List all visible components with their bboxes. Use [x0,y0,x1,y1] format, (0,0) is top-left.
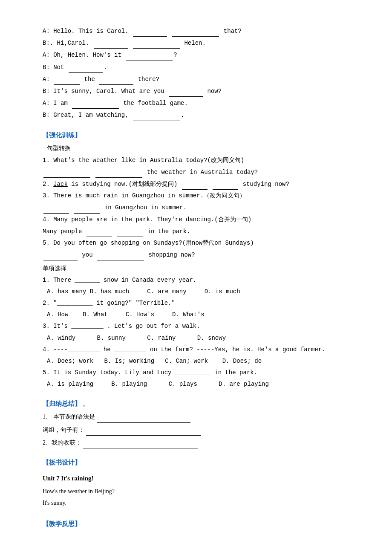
blank-line [86,425,201,436]
danxiang-section: 单项选择 1. There _______ snow in Canada eve… [43,263,349,390]
blank [43,202,69,213]
dialog-line-1: A: Hello. This is Carol. that? [43,26,349,37]
blank-line [97,411,190,422]
mc-item-2: 2. "__________ it going?" "Terrible." [43,298,349,309]
blank [97,249,144,260]
board-line-2: It's sunny. [43,497,349,508]
exercise-item-3: 3. There is much rain in Guangzhou in su… [43,191,349,201]
jack-underline: Jack [53,181,68,188]
qianghua-section: 【强化训练】 句型转换 1. What's the weather like i… [43,125,349,261]
section-header-guina: 【归纳总结】 [43,398,81,410]
blank [172,26,219,37]
blank [94,38,128,49]
board-title: Unit 7 It's raining! [43,473,349,484]
blank [182,179,208,190]
dialog-line-6: B: It's sunny, Carol. What are you now? [43,86,349,97]
blank [95,167,142,178]
mc-choice-3: A. windy B. sunny C. rainy D. snowy [47,333,349,344]
blank [99,74,133,85]
section-header-qianghua: 【强化训练】 [43,130,81,141]
blank [86,226,112,237]
board-line-1: How's the weather in Beijing? [43,486,349,497]
blank [213,179,238,190]
section-label-danxiang: 单项选择 [43,263,349,274]
guina-section: 【归纳总结】 。 1、 本节课的语法是 词组，句子有： 2、我的收获： [43,394,349,448]
dialog-line-4: B: Not . [43,62,349,73]
summary-line-2: 词组，句子有： [43,425,349,436]
blank [126,49,173,61]
blank [72,98,119,109]
blank [117,226,143,237]
exercise-item-5: 5. Do you often go shopping on Sundays?(… [43,238,349,249]
banshu-section: 【板书设计】 Unit 7 It's raining! How's the we… [43,453,349,508]
section-header-banshu: 【板书设计】 [43,457,81,468]
summary-line-1: 1、 本节课的语法是 [43,411,349,422]
section-header-jiaoxue: 【教学反思】 [43,518,81,530]
exercise-item-3-blank: in Guangzhou in summer. [43,202,349,213]
blank [133,110,180,121]
dialog-line-5: A: the there? [43,74,349,85]
dialog-line-2: B:. Hi,Carol. Helen. [43,38,349,49]
mc-item-1: 1. There _______ snow in Canada every ye… [43,275,349,286]
dialog-line-7: A: I am the football game. [43,98,349,109]
guina-dot: 。 [83,400,89,407]
mc-choice-1: A. has many B. has much C. are many D. i… [47,286,349,297]
dialog-line-8: B: Great, I am watching, . [43,110,349,121]
blank [133,38,180,49]
mc-choice-5: A. is playing B. playing C. plays D. are… [47,379,349,390]
blank [69,62,103,73]
dialog-line-3: A: Oh, Helen. How's it ? [43,49,349,61]
dialog-section: A: Hello. This is Carol. that? B:. Hi,Ca… [43,26,349,121]
mc-item-5: 5. It is Sunday today. Lily and Lucy ___… [43,367,349,378]
exercise-item-4: 4. Many people are in the park. They're … [43,214,349,225]
blank [74,202,100,213]
exercise-item-1-blank: the weather in Australia today? [43,167,349,178]
jiaoxue-section: 【教学反思】 [43,514,349,532]
blank [43,249,78,260]
exercise-item-4-blank: Many people in the park. [43,226,349,237]
mc-choice-2: A. How B. What C. How's D. What's [47,309,349,320]
sub-title-juxing: 句型转换 [47,143,349,153]
mc-choice-4: A. Does; work B. Is; working C. Can; wor… [47,356,349,367]
exercise-item-1: 1. What's the weather like in Australia … [43,155,349,166]
summary-line-3: 2、我的收获： [43,437,349,448]
exercise-item-2: 2. Jack is studying now.(对划线部分提问) studyi… [43,179,349,190]
blank [54,74,80,85]
blank [43,167,90,178]
mc-item-3: 3. It's _________ . Let's go out for a w… [43,321,349,332]
blank [169,86,203,97]
mc-item-4: 4. ----_________ he _________ on the far… [43,344,349,355]
blank [133,26,167,37]
blank-line [83,437,198,448]
exercise-item-5-blank: you shopping now? [43,249,349,260]
